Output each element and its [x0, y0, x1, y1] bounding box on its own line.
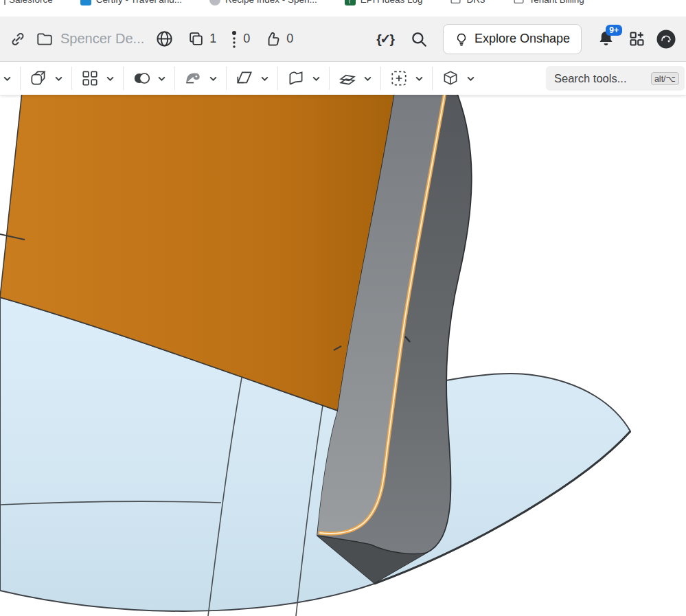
- tool-group-clipped[interactable]: [0, 67, 20, 90]
- chevron-down-icon: [54, 76, 63, 82]
- bookmark-recipe-index[interactable]: Recipe Index - Spen...: [209, 0, 317, 5]
- tool-fillet[interactable]: [20, 67, 71, 90]
- notifications-button[interactable]: 9+: [597, 30, 615, 48]
- viewport-3d[interactable]: [0, 95, 686, 616]
- boolean-circles-icon: [132, 69, 151, 88]
- chevron-down-icon: [157, 76, 166, 82]
- bookmark-label: DR3: [466, 0, 485, 5]
- certify-favicon: [80, 0, 91, 5]
- search-shortcut-hint: alt/⌥: [651, 72, 679, 85]
- dashed-plus-pattern-icon: [389, 69, 409, 88]
- tool-pattern[interactable]: [71, 67, 123, 90]
- bookmark-tenant-billing[interactable]: Tenant Billing: [513, 0, 584, 5]
- likes-stat[interactable]: 0: [264, 30, 293, 48]
- document-name[interactable]: Spencer De...: [60, 31, 144, 47]
- document-header: Spencer De... 1 0: [0, 16, 686, 62]
- chevron-down-icon: [260, 76, 269, 82]
- bookmark-certify[interactable]: Certify - Travel and...: [80, 0, 182, 5]
- spreadsheet-favicon: [345, 0, 356, 5]
- stacked-sheets-icon: [338, 69, 357, 88]
- copies-count: 1: [209, 32, 216, 46]
- helmet-icon: [183, 69, 203, 88]
- search-icon[interactable]: [410, 30, 428, 48]
- copies-icon: [187, 30, 205, 47]
- chevron-down-icon: [209, 76, 218, 82]
- wireframe-cube-icon: [441, 69, 460, 88]
- feature-toolbar: Search tools... alt/⌥: [0, 62, 686, 95]
- chevron-down-icon: [106, 76, 115, 82]
- chevron-down-icon: [3, 76, 12, 82]
- document-folder-icon[interactable]: [36, 30, 54, 48]
- tool-surface[interactable]: [277, 67, 329, 90]
- tool-boolean[interactable]: [123, 67, 174, 90]
- rounded-cube-icon: [29, 69, 48, 88]
- tool-feature-pattern[interactable]: [380, 67, 432, 90]
- search-tools-placeholder: Search tools...: [554, 72, 626, 85]
- chevron-down-icon: [466, 76, 475, 82]
- corner-plane-icon: [235, 69, 254, 88]
- share-link-icon[interactable]: [10, 31, 26, 47]
- chevron-down-icon: [312, 76, 321, 82]
- browser-bookmarks-bar: Salesforce Certify - Travel and... Recip…: [0, 0, 686, 16]
- versions-stat[interactable]: 0: [230, 30, 250, 48]
- explore-button-label: Explore Onshape: [475, 32, 570, 46]
- bookmark-dr3[interactable]: DR3: [450, 0, 485, 5]
- tool-thicken[interactable]: [329, 67, 380, 90]
- bent-sheet-icon: [286, 69, 306, 88]
- folder-icon: [450, 0, 461, 5]
- bookmark-label: Tenant Billing: [529, 0, 584, 5]
- recipe-favicon: [209, 0, 220, 5]
- bookmark-label: Recipe Index - Spen...: [225, 0, 317, 5]
- public-globe-icon[interactable]: [155, 30, 174, 48]
- chevron-down-icon: [415, 76, 424, 82]
- bookmark-label: Salesforce: [9, 0, 53, 5]
- chevron-down-icon: [363, 76, 372, 82]
- copies-stat[interactable]: 1: [187, 30, 216, 47]
- folder-icon: [513, 0, 525, 5]
- likes-count: 0: [286, 32, 293, 46]
- tool-plane[interactable]: [226, 67, 277, 90]
- lightbulb-icon: [455, 32, 468, 47]
- app-window: Salesforce Certify - Travel and... Recip…: [0, 0, 686, 616]
- thumbs-up-icon: [264, 30, 282, 48]
- model-canvas: [0, 95, 686, 616]
- explore-onshape-button[interactable]: Explore Onshape: [443, 24, 582, 54]
- versions-count: 0: [243, 32, 250, 46]
- bookmark-label: EPH Ideas Log: [361, 0, 423, 5]
- search-tools-input[interactable]: Search tools... alt/⌥: [546, 66, 685, 91]
- ai-assistant-icon[interactable]: [656, 29, 676, 49]
- bookmark-label: Certify - Travel and...: [96, 0, 182, 5]
- bookmark-eph-ideas-log[interactable]: EPH Ideas Log: [345, 0, 423, 5]
- tool-sweep[interactable]: [174, 67, 226, 90]
- tool-primitives[interactable]: [432, 67, 483, 90]
- grid-squares-icon: [80, 69, 100, 88]
- bookmark-salesforce[interactable]: Salesforce: [4, 0, 53, 5]
- commit-dots-icon: [230, 30, 238, 48]
- app-store-icon[interactable]: [628, 30, 646, 48]
- featurescript-icon[interactable]: {✓}: [376, 31, 393, 47]
- notification-badge: 9+: [606, 25, 622, 36]
